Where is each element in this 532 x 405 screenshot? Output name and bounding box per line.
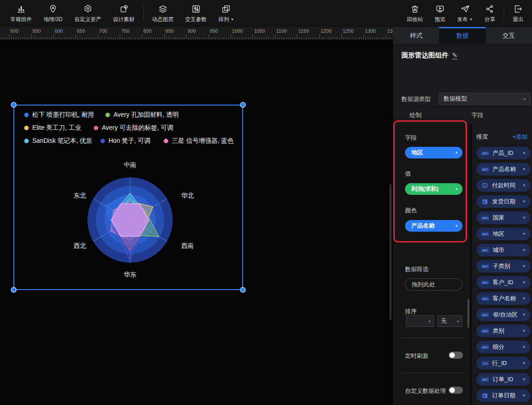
data-filter-label: 数据筛选 — [405, 265, 428, 273]
ruler-label: 1250 — [343, 28, 353, 34]
toolbar-button-label: 分享 — [484, 16, 495, 23]
toolbar-button-label: 回收站 — [407, 16, 423, 23]
toolbar-button-publish[interactable]: 发布▼ — [451, 0, 479, 27]
chevron-down-icon: ▼ — [522, 361, 526, 365]
toolbar-right-group: 回收站预览发布▼分享退出 — [401, 0, 532, 27]
toolbar-button-exit[interactable]: 退出 — [507, 0, 529, 27]
radar-chart: 中南华北西南华东西北东北 — [14, 106, 242, 289]
dimension-field-item[interactable]: ABC国家▼ — [476, 211, 531, 224]
ruler-label: 1350 — [387, 28, 393, 34]
sort-field-select[interactable]: ▾ — [406, 315, 434, 327]
toolbar-button-label: 设计素材 — [113, 16, 135, 23]
text-field-icon: ABC — [481, 264, 489, 269]
ruler-label: 900 — [188, 28, 196, 34]
chevron-down-icon: ▾ — [428, 319, 431, 324]
toolbar-button-label: 自定义资产 — [74, 16, 101, 23]
dimension-field-item[interactable]: ABC细分▼ — [476, 341, 531, 353]
number-field-icon: 123 — [481, 361, 489, 366]
subtab-fields[interactable]: 字段 — [471, 111, 484, 119]
dimension-field-item[interactable]: ABC客户_ID▼ — [476, 276, 531, 289]
text-field-icon: ABC — [481, 328, 489, 334]
toolbar-button-dynamic-layers[interactable]: 动态图层 — [146, 0, 179, 27]
chevron-down-icon: ▼ — [522, 329, 526, 333]
dimension-field-item[interactable]: 付款时间▼ — [476, 179, 531, 192]
data-filter-dropzone[interactable]: 拖到此处 — [405, 278, 462, 291]
radar-axis-label: 中南 — [124, 161, 136, 168]
chevron-down-icon: ▾ — [455, 150, 458, 155]
paper-plane-icon — [460, 4, 471, 14]
radar-chart-component[interactable]: 松下 喷墨打印机, 耐用Avery 孔加固材料, 透明Elite 美工刀, 工业… — [13, 105, 243, 290]
chevron-down-icon: ▼ — [522, 393, 526, 398]
divider — [401, 373, 467, 373]
editor-canvas[interactable]: 松下 喷墨打印机, 耐用Avery 孔加固材料, 透明Elite 美工刀, 工业… — [0, 40, 393, 405]
dimension-field-item[interactable]: ABC订单_ID▼ — [476, 373, 531, 386]
toolbar-button-share[interactable]: 分享 — [479, 0, 501, 27]
toolbar-button-label: 常规组件 — [10, 16, 32, 23]
radar-axis-label: 华北 — [181, 192, 194, 199]
canvas-vertical-scrollbar[interactable] — [389, 184, 392, 320]
datasource-type-select[interactable]: 数据模型 ▾ — [439, 92, 531, 105]
toolbar-divider — [143, 6, 144, 21]
dimension-field-item[interactable]: 123行_ID▼ — [476, 357, 531, 370]
dimension-field-name: 订单_ID — [493, 375, 513, 383]
dimension-field-name: 类别 — [493, 327, 504, 335]
dimension-field-item[interactable]: ABC客户名称▼ — [476, 292, 531, 305]
ruler-label: 650 — [77, 28, 85, 34]
add-dimension-button[interactable]: +添加 — [512, 133, 528, 141]
dimension-field-name: 客户名称 — [493, 295, 516, 303]
toolbar-button-interaction-params[interactable]: 交互参数 — [179, 0, 213, 27]
dimension-field-item[interactable]: 订单日期▼ — [476, 389, 531, 402]
panel-tab-交互[interactable]: 交互 — [486, 27, 532, 44]
dimension-field-item[interactable]: ABC地区▼ — [476, 228, 531, 240]
toolbar-button-label: 地理/3D — [44, 16, 63, 23]
dimension-field-item[interactable]: ABC类别▼ — [476, 325, 531, 337]
dimension-field-name: 产品名称 — [493, 165, 516, 173]
dimension-field-name: 省/自治区 — [493, 311, 518, 319]
toolbar-button-recycle-bin[interactable]: 回收站 — [401, 0, 429, 27]
ruler-label: 1050 — [254, 28, 265, 34]
ruler-label: 700 — [99, 28, 107, 34]
toolbar-button-arrange[interactable]: 排列▼ — [213, 0, 240, 27]
dimension-field-item[interactable]: ABC省/自治区▼ — [476, 308, 531, 321]
dimension-field-name: 产品_ID — [493, 149, 513, 157]
toolbar-button-regular-components[interactable]: 常规组件 — [4, 0, 38, 27]
dimension-field-name: 子类别 — [493, 262, 510, 270]
caret-down-icon: ▼ — [231, 18, 234, 22]
chevron-down-icon: ▾ — [457, 319, 459, 324]
value-label: 值 — [405, 170, 411, 178]
chevron-down-icon: ▼ — [522, 264, 526, 269]
toolbar-button-design-materials[interactable]: 设计素材 — [107, 0, 140, 27]
custom-processing-label: 自定义数据处理 — [405, 387, 446, 395]
toolbar-button-geo-3d[interactable]: 地理/3D — [38, 0, 69, 27]
toolbar-button-label: 发布 — [457, 16, 468, 23]
text-field-icon: ABC — [481, 377, 489, 382]
dimension-field-item[interactable]: ABC子类别▼ — [476, 260, 531, 273]
divider — [401, 338, 467, 338]
panel-vertical-scrollbar[interactable] — [467, 299, 469, 328]
dimension-field-item[interactable]: 发货日期▼ — [476, 195, 531, 208]
text-field-icon: ABC — [481, 150, 489, 156]
edit-title-icon[interactable]: ✎ — [452, 52, 458, 59]
radar-axis-label: 华东 — [124, 271, 136, 278]
field-dropdown[interactable]: 地区 ▾ — [405, 147, 462, 158]
value-dropdown[interactable]: 利润(求和) ▾ — [405, 183, 462, 195]
hexagon-icon — [83, 4, 93, 14]
timed-refresh-toggle[interactable] — [449, 352, 463, 359]
panel-tab-样式[interactable]: 样式 — [393, 27, 439, 44]
toolbar-divider — [504, 6, 504, 21]
chevron-down-icon: ▼ — [522, 232, 526, 236]
dimension-field-item[interactable]: ABC城市▼ — [476, 244, 531, 256]
toolbar-button-label: 排列 — [218, 16, 229, 23]
dimension-field-item[interactable]: ABC产品名称▼ — [476, 163, 531, 176]
color-dropdown[interactable]: 产品名称 ▾ — [405, 220, 462, 232]
toolbar-button-custom-assets[interactable]: 自定义资产 — [69, 0, 107, 27]
ruler-label: 1000 — [232, 28, 243, 34]
sort-order-select[interactable]: 无 ▾ — [437, 315, 462, 327]
dimension-field-item[interactable]: ABC产品_ID▼ — [476, 147, 531, 159]
custom-processing-toggle[interactable] — [449, 387, 463, 394]
panel-tab-数据[interactable]: 数据 — [439, 27, 485, 44]
ruler-label: 1200 — [321, 28, 331, 34]
draw-settings-column: 字段 地区 ▾ 值 利润(求和) ▾ 颜色 产品名称 ▾ 数据筛选 拖到此处 排… — [393, 124, 470, 405]
subtab-draw[interactable]: 绘制 — [410, 111, 422, 119]
toolbar-button-preview[interactable]: 预览 — [429, 0, 451, 27]
